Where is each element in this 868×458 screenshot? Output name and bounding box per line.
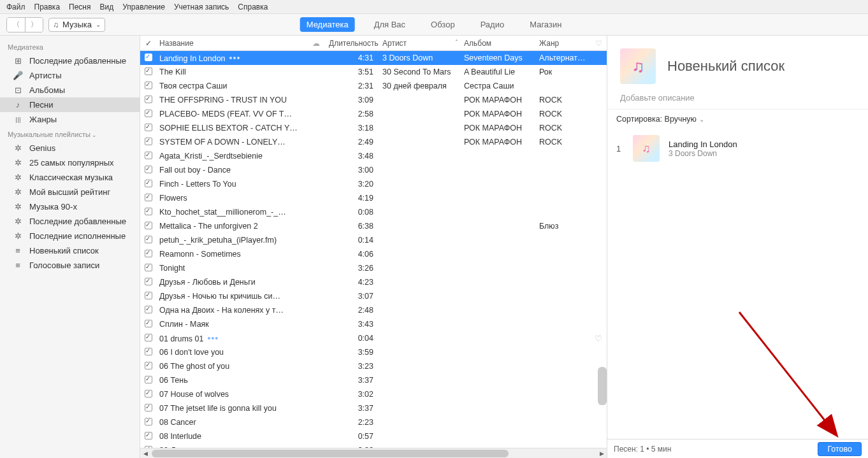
track-check[interactable]	[140, 292, 157, 301]
track-row[interactable]: Mettalica - The unforgiven 26:38Блюз	[140, 219, 607, 233]
menu-song[interactable]: Песня	[69, 3, 90, 11]
track-row[interactable]: PLACEBO- MEDS (FEAT. VV OF T…2:58РОК МАР…	[140, 107, 607, 121]
sidebar-item[interactable]: ✲Мой высший рейтинг	[0, 185, 140, 199]
track-check[interactable]	[140, 208, 157, 217]
track-row[interactable]: Твоя сестра Саши2:3130 дней февраляСестр…	[140, 79, 607, 93]
more-icon[interactable]: •••	[229, 53, 241, 63]
track-check[interactable]	[140, 348, 157, 357]
track-check[interactable]	[140, 334, 157, 343]
track-check[interactable]	[140, 362, 157, 371]
track-row[interactable]: Kto_hochet_stat__millionerom_-_…0:08	[140, 205, 607, 219]
track-row[interactable]: The Kill3:5130 Second To MarsA Beautiful…	[140, 65, 607, 79]
tab-radio[interactable]: Радио	[474, 17, 511, 32]
sidebar-item[interactable]: ≡Голосовые записи	[0, 258, 140, 273]
scroll-left-icon[interactable]: ◀	[140, 448, 150, 458]
track-check[interactable]	[140, 138, 157, 147]
track-check[interactable]	[140, 236, 157, 245]
track-list[interactable]: Landing In London•••4:313 Doors DownSeve…	[140, 51, 607, 448]
sidebar-item[interactable]: ♪Песни	[0, 97, 140, 112]
playlist-artwork[interactable]: ♫	[620, 48, 656, 84]
playlist-title[interactable]: Новенький список	[667, 58, 785, 75]
track-row[interactable]: SYSTEM OF A DOWN - LONELY…2:49РОК МАРАФО…	[140, 135, 607, 149]
track-row[interactable]: 06 The ghost of you3:23	[140, 359, 607, 373]
track-row[interactable]: 08 Cancer2:23	[140, 415, 607, 429]
track-row[interactable]: Agata_Kristi_-_Serdtsebienie3:48	[140, 149, 607, 163]
menu-edit[interactable]: Правка	[34, 3, 61, 11]
sidebar-item[interactable]: ✲Genius	[0, 141, 140, 155]
tab-store[interactable]: Магазин	[523, 17, 568, 32]
sidebar-item[interactable]: ✲Музыка 90-х	[0, 199, 140, 214]
col-check[interactable]: ✓	[140, 39, 157, 48]
col-name[interactable]: Название	[157, 39, 303, 48]
category-select[interactable]: ♫ Музыка	[48, 18, 105, 32]
track-row[interactable]: Finch - Letters To You3:20	[140, 177, 607, 191]
track-row[interactable]: 07 House of wolves3:02	[140, 387, 607, 401]
track-check[interactable]	[140, 110, 157, 119]
track-row[interactable]: Друзья - Ночью ты кричишь си…3:07	[140, 289, 607, 303]
tab-browse[interactable]: Обзор	[424, 17, 461, 32]
menu-help[interactable]: Справка	[238, 3, 268, 11]
track-row[interactable]: 06 I don't love you3:59	[140, 345, 607, 359]
track-row[interactable]: SOPHIE ELLIS BEXTOR - CATCH Y…3:18РОК МА…	[140, 121, 607, 135]
track-row[interactable]: Одна на Двоих - На коленях у т…2:48	[140, 303, 607, 317]
sidebar-item[interactable]: ⊞Последние добавленные	[0, 54, 140, 68]
track-check[interactable]	[140, 404, 157, 413]
col-duration[interactable]: Длительность	[329, 39, 380, 48]
menu-controls[interactable]: Управление	[122, 3, 165, 11]
sidebar-item[interactable]: ≡Новенький список	[0, 243, 140, 258]
track-check[interactable]	[140, 180, 157, 189]
track-row[interactable]: Flowers4:19	[140, 191, 607, 205]
sidebar-item[interactable]: 🎤Артисты	[0, 68, 140, 83]
track-row[interactable]: 01 drums 01•••0:04♡	[140, 331, 607, 345]
back-button[interactable]: 〈	[7, 18, 25, 32]
track-row[interactable]: Fall out boy - Dance3:00	[140, 163, 607, 177]
track-row[interactable]: 06 Тень3:37	[140, 373, 607, 387]
tab-library[interactable]: Медиатека	[300, 17, 355, 32]
track-check[interactable]	[140, 96, 157, 105]
playlist-item[interactable]: 1♫Landing In London3 Doors Down	[616, 132, 859, 164]
menu-file[interactable]: Файл	[6, 3, 25, 11]
sidebar-item[interactable]: ⊡Альбомы	[0, 83, 140, 97]
track-row[interactable]: 07 The jetset life is gonna kill you3:37	[140, 401, 607, 415]
track-check[interactable]	[140, 82, 157, 91]
track-check[interactable]	[140, 124, 157, 133]
more-icon[interactable]: •••	[207, 333, 219, 343]
track-row[interactable]: 08 Interlude0:57	[140, 429, 607, 443]
track-row[interactable]: 08 Дыши3:26	[140, 443, 607, 448]
track-row[interactable]: THE OFFSPRING - TRUST IN YOU3:09РОК МАРА…	[140, 93, 607, 107]
track-check[interactable]	[140, 222, 157, 231]
track-row[interactable]: Сплин - Маяк3:43	[140, 317, 607, 331]
menu-view[interactable]: Вид	[100, 3, 114, 11]
track-check[interactable]	[140, 54, 157, 63]
track-check[interactable]	[140, 418, 157, 427]
tab-for-you[interactable]: Для Вас	[368, 17, 412, 32]
track-row[interactable]: Landing In London•••4:313 Doors DownSeve…	[140, 51, 607, 65]
track-check[interactable]	[140, 264, 157, 273]
track-check[interactable]	[140, 68, 157, 77]
track-check[interactable]	[140, 376, 157, 385]
sidebar-section-playlists[interactable]: Музыкальные плейлисты⌄	[0, 127, 140, 141]
col-heart-icon[interactable]: ♡	[590, 39, 607, 48]
sort-selector[interactable]: Сортировка: Вручную⌄	[607, 110, 868, 129]
col-cloud-icon[interactable]: ☁	[303, 39, 329, 48]
track-check[interactable]	[140, 166, 157, 175]
track-check[interactable]	[140, 194, 157, 203]
track-check[interactable]	[140, 306, 157, 315]
sidebar-item[interactable]: ⫼Жанры	[0, 112, 140, 127]
horizontal-scrollbar[interactable]: ◀ ▶	[140, 448, 607, 458]
menu-account[interactable]: Учетная запись	[174, 3, 229, 11]
track-check[interactable]	[140, 390, 157, 399]
col-artist[interactable]: Артистˆ	[380, 39, 461, 48]
sidebar-item[interactable]: ✲Последние добавленные	[0, 214, 140, 229]
scroll-thumb[interactable]	[152, 450, 509, 457]
vertical-scrollbar[interactable]	[598, 367, 607, 405]
track-check[interactable]	[140, 320, 157, 329]
sidebar-item[interactable]: ✲Классическая музыка	[0, 170, 140, 185]
track-heart[interactable]: ♡	[590, 334, 607, 343]
forward-button[interactable]: 〉	[25, 18, 43, 32]
track-row[interactable]: Друзья - Любовь и Деньги4:23	[140, 275, 607, 289]
track-check[interactable]	[140, 250, 157, 259]
playlist-description[interactable]: Добавьте описание	[607, 93, 868, 110]
col-genre[interactable]: Жанр	[537, 39, 590, 48]
scroll-right-icon[interactable]: ▶	[597, 448, 607, 458]
